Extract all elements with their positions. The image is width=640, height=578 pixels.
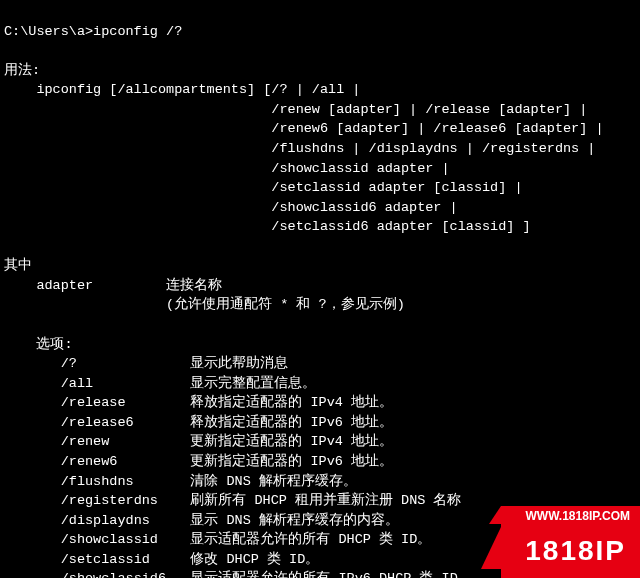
- option-desc: 刷新所有 DHCP 租用并重新注册 DNS 名称: [190, 493, 461, 508]
- option-desc: 显示适配器允许的所有 DHCP 类 ID。: [190, 532, 431, 547]
- prompt-line: C:\Users\a>ipconfig /?: [4, 24, 182, 39]
- watermark-brand: 1818IP: [501, 527, 640, 578]
- usage-line: ipconfig [/allcompartments] [/? | /all |: [4, 82, 360, 97]
- adapter-key: adapter: [4, 278, 93, 293]
- option-desc: 显示适配器允许的所有 IPv6 DHCP 类 ID。: [190, 571, 471, 578]
- option-desc: 显示 DNS 解析程序缓存的内容。: [190, 513, 399, 528]
- usage-line: /setclassid6 adapter [classid] ]: [4, 219, 531, 234]
- option-flag: /?: [61, 356, 77, 371]
- usage-line: /renew [adapter] | /release [adapter] |: [4, 102, 587, 117]
- option-flag: /release: [61, 395, 126, 410]
- terminal-output: C:\Users\a>ipconfig /? 用法: ipconfig [/al…: [0, 0, 640, 578]
- option-flag: /displaydns: [61, 513, 150, 528]
- usage-line: /renew6 [adapter] | /release6 [adapter] …: [4, 121, 604, 136]
- option-flag: /flushdns: [61, 474, 134, 489]
- usage-line: /setclassid adapter [classid] |: [4, 180, 522, 195]
- usage-label: 用法:: [4, 63, 40, 78]
- usage-line: /flushdns | /displaydns | /registerdns |: [4, 141, 595, 156]
- watermark: WWW.1818IP.COM 1818IP: [501, 506, 640, 578]
- usage-line: /showclassid adapter |: [4, 161, 450, 176]
- option-desc: 释放指定适配器的 IPv4 地址。: [190, 395, 393, 410]
- option-flag: /all: [61, 376, 93, 391]
- option-desc: 显示完整配置信息。: [190, 376, 316, 391]
- option-flag: /renew6: [61, 454, 118, 469]
- watermark-url: WWW.1818IP.COM: [501, 506, 640, 527]
- option-flag: /showclassid: [61, 532, 158, 547]
- option-flag: /setclassid: [61, 552, 150, 567]
- option-flag: /release6: [61, 415, 134, 430]
- option-desc: 修改 DHCP 类 ID。: [190, 552, 319, 567]
- options-label: 选项:: [4, 337, 73, 352]
- option-desc: 释放指定适配器的 IPv6 地址。: [190, 415, 393, 430]
- adapter-desc: 连接名称: [166, 278, 222, 293]
- where-label: 其中: [4, 258, 32, 273]
- option-desc: 显示此帮助消息: [190, 356, 288, 371]
- option-flag: /renew: [61, 434, 110, 449]
- option-flag: /showclassid6: [61, 571, 166, 578]
- option-desc: 清除 DNS 解析程序缓存。: [190, 474, 357, 489]
- adapter-desc: (允许使用通配符 * 和 ?，参见示例): [166, 297, 405, 312]
- option-desc: 更新指定适配器的 IPv4 地址。: [190, 434, 393, 449]
- option-flag: /registerdns: [61, 493, 158, 508]
- option-desc: 更新指定适配器的 IPv6 地址。: [190, 454, 393, 469]
- usage-line: /showclassid6 adapter |: [4, 200, 458, 215]
